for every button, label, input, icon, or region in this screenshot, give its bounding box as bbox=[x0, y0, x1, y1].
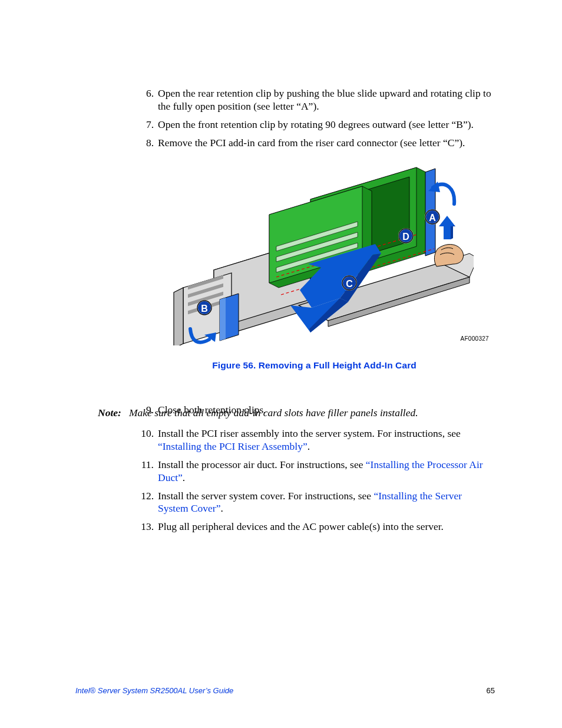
svg-marker-32 bbox=[451, 225, 455, 239]
steps-10-13: 10. Install the PCI riser assembly into … bbox=[136, 427, 492, 533]
svg-text:A: A bbox=[429, 212, 436, 222]
step-text: Install the processor air duct. For inst… bbox=[158, 459, 483, 483]
figure-illustration: A B C D AF000327 bbox=[163, 158, 474, 345]
step-number: 7. bbox=[136, 118, 154, 131]
step-text: Open the rear retention clip by pushing … bbox=[158, 87, 491, 112]
step-number: 11. bbox=[136, 459, 154, 472]
upper-content: 6. Open the rear retention clip by pushi… bbox=[136, 87, 492, 422]
note: Note: Make sure that all empty add-in ca… bbox=[98, 407, 492, 420]
step-text: Open the front retention clip by rotatin… bbox=[158, 118, 474, 130]
step-13: 13. Plug all peripheral devices and the … bbox=[136, 521, 492, 533]
link-install-pci-riser[interactable]: “Installing the PCI Riser Assembly” bbox=[158, 440, 308, 452]
callout-C: C bbox=[342, 276, 356, 290]
figure-id: AF000327 bbox=[460, 335, 489, 343]
callout-D: D bbox=[399, 229, 413, 243]
step-number: 8. bbox=[136, 137, 154, 150]
note-label: Note: bbox=[98, 407, 121, 419]
step-6: 6. Open the rear retention clip by pushi… bbox=[136, 87, 492, 113]
svg-marker-19 bbox=[220, 298, 226, 341]
step-number: 12. bbox=[136, 490, 154, 503]
svg-marker-13 bbox=[174, 288, 183, 345]
callout-A: A bbox=[425, 210, 439, 224]
step-number: 10. bbox=[136, 427, 154, 440]
step-12: 12. Install the server system cover. For… bbox=[136, 490, 492, 516]
callout-B: B bbox=[197, 301, 211, 315]
step-7: 7. Open the front retention clip by rota… bbox=[136, 118, 492, 131]
svg-text:B: B bbox=[201, 303, 208, 313]
step-10: 10. Install the PCI riser assembly into … bbox=[136, 427, 492, 453]
step-text: Install the PCI riser assembly into the … bbox=[158, 427, 461, 452]
svg-text:C: C bbox=[346, 278, 353, 288]
step-text: Install the server system cover. For ins… bbox=[158, 490, 462, 515]
figure-caption: Figure 56. Removing a Full Height Add-In… bbox=[136, 360, 492, 371]
step-8: 8. Remove the PCI add-in card from the r… bbox=[136, 137, 492, 150]
page-footer: Intel® Server System SR2500AL User’s Gui… bbox=[75, 686, 495, 696]
figure-56: A B C D AF000327 Fi bbox=[136, 158, 492, 371]
lower-content: 10. Install the PCI riser assembly into … bbox=[136, 427, 492, 539]
steps-6-8: 6. Open the rear retention clip by pushi… bbox=[136, 87, 492, 150]
riser-card-svg: A B C D bbox=[163, 158, 474, 345]
step-11: 11. Install the processor air duct. For … bbox=[136, 459, 492, 485]
step-number: 13. bbox=[136, 521, 154, 533]
footer-title: Intel® Server System SR2500AL User’s Gui… bbox=[75, 686, 233, 695]
svg-text:D: D bbox=[402, 231, 409, 241]
step-number: 6. bbox=[136, 87, 154, 100]
hand-icon bbox=[434, 244, 463, 266]
note-text: Make sure that all empty add-in card slo… bbox=[129, 407, 418, 419]
page-number: 65 bbox=[487, 686, 495, 696]
step-text: Remove the PCI add-in card from the rise… bbox=[158, 137, 465, 149]
step-text: Plug all peripheral devices and the AC p… bbox=[158, 521, 444, 532]
